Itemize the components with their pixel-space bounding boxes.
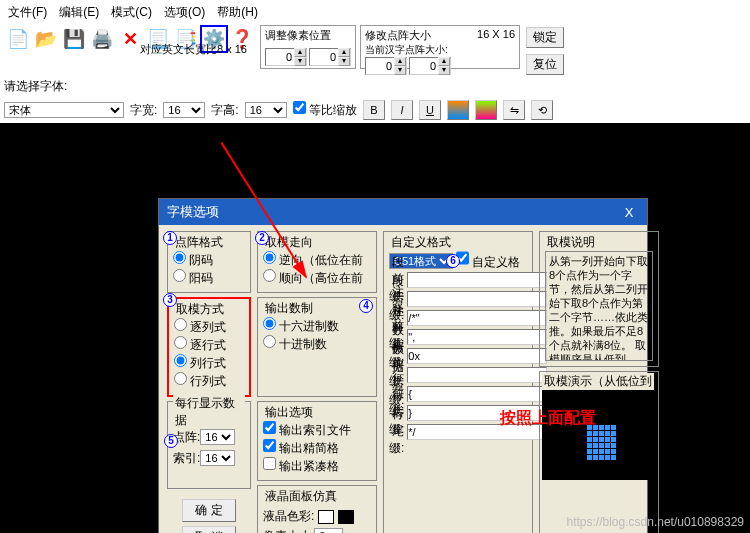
char-height-select[interactable]: 16 — [245, 102, 287, 118]
pixel-position-label: 调整像素位置 — [265, 28, 351, 43]
mode-opt2[interactable]: 逐行式 — [174, 336, 244, 354]
badge-3: 3 — [163, 293, 177, 307]
custom-row-input-4[interactable] — [407, 348, 547, 364]
custom-row-input-0[interactable] — [407, 272, 547, 288]
custom-format-group: 自定义格式 6 C51格式 自定义格 段前缀:段后缀:注释前缀:注释后缀:数据前… — [383, 231, 533, 533]
char-height-label: 字高: — [211, 102, 238, 119]
direction-opt2[interactable]: 顺向（高位在前 — [263, 269, 371, 287]
dialog-actions: 确 定 取 消 — [167, 493, 251, 533]
italic-button[interactable]: I — [391, 100, 413, 120]
lcd-group: 液晶面板仿真 液晶色彩: 像素大小:8 — [257, 485, 377, 533]
matrix-size-value: 16 X 16 — [477, 28, 515, 43]
perline-index-select[interactable]: 16 — [200, 450, 235, 466]
output-chk3[interactable]: 输出紧凑格 — [263, 457, 371, 475]
preview-canvas — [542, 390, 656, 480]
tool-flip-icon[interactable]: ⇋ — [503, 100, 525, 120]
font-toolbar: 请选择字体: — [0, 73, 750, 99]
badge-4: 4 — [359, 299, 373, 313]
matrix-size-group: 修改点阵大小 16 X 16 当前汉字点阵大小: ▴▾ ▴▾ — [360, 25, 520, 69]
red-annotation-text: 按照上面配置 — [500, 408, 596, 429]
dialog-title-text: 字模选项 — [167, 203, 219, 221]
mode-opt1[interactable]: 逐列式 — [174, 318, 244, 336]
save-icon[interactable]: 💾 — [60, 25, 88, 53]
lcd-color-swatch1[interactable] — [318, 510, 334, 524]
mode-opt3[interactable]: 列行式 — [174, 354, 244, 372]
menu-bar: 文件(F) 编辑(E) 模式(C) 选项(O) 帮助(H) — [0, 0, 750, 25]
preview-group: 取模演示（从低位到 — [539, 371, 659, 533]
custom-row-input-3[interactable] — [407, 329, 547, 345]
lcd-color-swatch2[interactable] — [338, 510, 354, 524]
font-prompt: 请选择字体: — [4, 78, 67, 95]
lcd-pixel-select[interactable]: 8 — [314, 528, 343, 533]
pixel-x-stepper[interactable]: ▴▾ — [265, 48, 307, 66]
menu-options[interactable]: 选项(O) — [164, 4, 205, 21]
matrix-sub-label: 当前汉字点阵大小: — [365, 43, 515, 57]
underline-button[interactable]: U — [419, 100, 441, 120]
custom-row-input-2[interactable] — [407, 310, 547, 326]
output-chk1[interactable]: 输出索引文件 — [263, 421, 371, 439]
lock-button[interactable]: 锁定 — [526, 27, 564, 48]
menu-help[interactable]: 帮助(H) — [217, 4, 258, 21]
char-width-label: 字宽: — [130, 102, 157, 119]
dialog-close-icon[interactable]: X — [619, 205, 639, 220]
open-icon[interactable]: 📂 — [32, 25, 60, 53]
print-icon[interactable]: 🖨️ — [88, 25, 116, 53]
direction-opt1[interactable]: 逆向（低位在前 — [263, 251, 371, 269]
bold-button[interactable]: B — [363, 100, 385, 120]
perline-group: 每行显示数据 点阵:16 5 索引:16 — [167, 401, 251, 489]
radix-opt1[interactable]: 十六进制数 — [263, 317, 371, 335]
equal-scale-check[interactable]: 等比缩放 — [293, 101, 357, 119]
pixel-y-stepper[interactable]: ▴▾ — [309, 48, 351, 66]
custom-row-input-1[interactable] — [407, 291, 547, 307]
toolbar-note: 对应英文长宽比8 x 16 — [140, 42, 247, 57]
matrix-title: 修改点阵大小 — [365, 28, 431, 43]
direction-group: 取模走向 逆向（低位在前 顺向（高位在前 — [257, 231, 377, 293]
tool-color2-icon[interactable] — [475, 100, 497, 120]
font-options-dialog: 字模选项 X 1 点阵格式 阴码 阳码 3 取模方式 逐列式 逐行式 列行式 行… — [158, 198, 648, 533]
pixel-position-group: 调整像素位置 ▴▾ ▴▾ — [260, 25, 356, 69]
menu-edit[interactable]: 编辑(E) — [59, 4, 99, 21]
matrix-format-opt2[interactable]: 阳码 — [173, 269, 245, 287]
radix-group: 输出数制 十六进制数 十进制数 — [257, 297, 377, 397]
matrix-h-stepper[interactable]: ▴▾ — [409, 57, 451, 75]
mode-opt4[interactable]: 行列式 — [174, 372, 244, 390]
matrix-format-opt1[interactable]: 阴码 — [173, 251, 245, 269]
custom-row-input-6[interactable] — [407, 386, 547, 402]
watermark-text: https://blog.csdn.net/u010898329 — [567, 515, 744, 529]
reset-button[interactable]: 复位 — [526, 54, 564, 75]
new-icon[interactable]: 📄 — [4, 25, 32, 53]
tool-color1-icon[interactable] — [447, 100, 469, 120]
badge-6: 6 — [446, 254, 460, 268]
dialog-titlebar[interactable]: 字模选项 X — [159, 199, 647, 225]
font-select[interactable]: 宋体 — [4, 102, 124, 118]
radix-opt2[interactable]: 十进制数 — [263, 335, 371, 353]
custom-format-check[interactable]: 自定义格 — [456, 250, 520, 271]
editor-canvas: 字模选项 X 1 点阵格式 阴码 阳码 3 取模方式 逐列式 逐行式 列行式 行… — [0, 123, 750, 533]
custom-row-input-5[interactable] — [407, 367, 547, 383]
char-width-select[interactable]: 16 — [163, 102, 205, 118]
badge-1: 1 — [163, 231, 177, 245]
badge-2: 2 — [255, 231, 269, 245]
custom-row-label: 行尾缀: — [389, 406, 404, 457]
main-toolbar: 📄 📂 💾 🖨️ ✕ 📃 📑 ⚙️ ❓ 调整像素位置 ▴▾ ▴▾ 修改点阵大小 … — [0, 25, 750, 73]
menu-mode[interactable]: 模式(C) — [111, 4, 152, 21]
perline-matrix-select[interactable]: 16 — [200, 429, 235, 445]
desc-text: 从第一列开始向下取8个点作为一个字节，然后从第二列开始下取8个点作为第二个字节…… — [545, 251, 653, 361]
badge-5: 5 — [164, 434, 178, 448]
cancel-button[interactable]: 取 消 — [182, 526, 235, 533]
menu-file[interactable]: 文件(F) — [8, 4, 47, 21]
output-group: 输出选项 输出索引文件 输出精简格 输出紧凑格 — [257, 401, 377, 481]
matrix-w-stepper[interactable]: ▴▾ — [365, 57, 407, 75]
output-chk2[interactable]: 输出精简格 — [263, 439, 371, 457]
desc-group: 取模说明 从第一列开始向下取8个点作为一个字节，然后从第二列开始下取8个点作为第… — [539, 231, 659, 367]
tool-rotate-icon[interactable]: ⟲ — [531, 100, 553, 120]
mode-group: 取模方式 逐列式 逐行式 列行式 行列式 — [167, 297, 251, 397]
matrix-format-group: 点阵格式 阴码 阳码 — [167, 231, 251, 293]
ok-button[interactable]: 确 定 — [182, 499, 235, 522]
